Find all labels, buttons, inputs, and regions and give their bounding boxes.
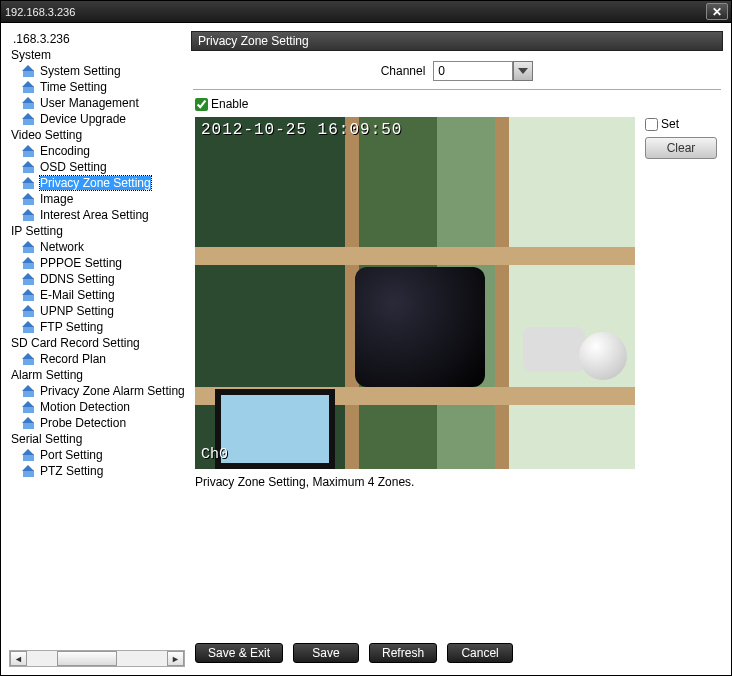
panel-title: Privacy Zone Setting bbox=[198, 34, 309, 48]
channel-label: Channel bbox=[381, 64, 426, 78]
set-checkbox[interactable] bbox=[645, 118, 658, 131]
tree-item-label: PPPOE Setting bbox=[40, 256, 122, 270]
scroll-track[interactable] bbox=[27, 651, 167, 666]
enable-checkbox[interactable] bbox=[195, 98, 208, 111]
preview-object bbox=[215, 389, 335, 469]
tree-category[interactable]: IP Setting bbox=[9, 223, 185, 239]
tree-item[interactable]: OSD Setting bbox=[9, 159, 185, 175]
tree-item[interactable]: Record Plan bbox=[9, 351, 185, 367]
preview-object bbox=[579, 332, 627, 380]
save-button[interactable]: Save bbox=[293, 643, 359, 663]
tree-item[interactable]: DDNS Setting bbox=[9, 271, 185, 287]
house-icon bbox=[23, 290, 36, 301]
house-icon bbox=[23, 210, 36, 221]
preview-object bbox=[523, 327, 585, 372]
tree-item-label: User Management bbox=[40, 96, 139, 110]
house-icon bbox=[23, 162, 36, 173]
tree-item-label: PTZ Setting bbox=[40, 464, 103, 478]
tree-item[interactable]: Interest Area Setting bbox=[9, 207, 185, 223]
tree-item[interactable]: Port Setting bbox=[9, 447, 185, 463]
tree-item-label: Device Upgrade bbox=[40, 112, 126, 126]
channel-select[interactable]: 0 bbox=[433, 61, 533, 81]
scroll-right-button[interactable]: ► bbox=[167, 651, 184, 666]
svg-marker-0 bbox=[518, 68, 528, 74]
house-icon bbox=[23, 418, 36, 429]
set-row: Set bbox=[645, 117, 679, 131]
enable-label: Enable bbox=[211, 97, 248, 111]
titlebar: 192.168.3.236 ✕ bbox=[1, 1, 731, 23]
tree-item-label: Port Setting bbox=[40, 448, 103, 462]
house-icon bbox=[23, 66, 36, 77]
close-button[interactable]: ✕ bbox=[706, 3, 728, 20]
tree-category[interactable]: System bbox=[9, 47, 185, 63]
tree-item[interactable]: Privacy Zone Setting bbox=[9, 175, 185, 191]
enable-row: Enable bbox=[191, 95, 723, 117]
tree-item[interactable]: Network bbox=[9, 239, 185, 255]
app-window: 192.168.3.236 ✕ .168.3.236SystemSystem S… bbox=[0, 0, 732, 676]
tree-item-label: System Setting bbox=[40, 64, 121, 78]
set-label: Set bbox=[661, 117, 679, 131]
tree-category[interactable]: Alarm Setting bbox=[9, 367, 185, 383]
house-icon bbox=[23, 194, 36, 205]
tree-item[interactable]: UPNP Setting bbox=[9, 303, 185, 319]
tree-category[interactable]: Video Setting bbox=[9, 127, 185, 143]
tree-root[interactable]: .168.3.236 bbox=[9, 31, 185, 47]
channel-row: Channel 0 bbox=[191, 51, 723, 89]
tree-item[interactable]: Privacy Zone Alarm Setting bbox=[9, 383, 185, 399]
sidebar: .168.3.236SystemSystem SettingTime Setti… bbox=[9, 31, 185, 667]
tree-item-label: OSD Setting bbox=[40, 160, 107, 174]
tree-item-label: Interest Area Setting bbox=[40, 208, 149, 222]
sidebar-hscrollbar[interactable]: ◄ ► bbox=[9, 650, 185, 667]
close-icon: ✕ bbox=[712, 5, 722, 19]
house-icon bbox=[23, 82, 36, 93]
nav-tree: .168.3.236SystemSystem SettingTime Setti… bbox=[9, 31, 185, 646]
tree-item-label: Record Plan bbox=[40, 352, 106, 366]
tree-item-label: Network bbox=[40, 240, 84, 254]
tree-item[interactable]: Probe Detection bbox=[9, 415, 185, 431]
scroll-thumb[interactable] bbox=[57, 651, 117, 666]
tree-item[interactable]: System Setting bbox=[9, 63, 185, 79]
tree-item[interactable]: PPPOE Setting bbox=[9, 255, 185, 271]
window-title: 192.168.3.236 bbox=[5, 6, 75, 18]
house-icon bbox=[23, 450, 36, 461]
preview-channel-overlay: Ch0 bbox=[201, 446, 228, 463]
clear-button[interactable]: Clear bbox=[645, 137, 717, 159]
house-icon bbox=[23, 274, 36, 285]
cancel-button[interactable]: Cancel bbox=[447, 643, 513, 663]
house-icon bbox=[23, 354, 36, 365]
tree-item-label: UPNP Setting bbox=[40, 304, 114, 318]
save-exit-button[interactable]: Save & Exit bbox=[195, 643, 283, 663]
tree-item[interactable]: Time Setting bbox=[9, 79, 185, 95]
tree-item-label: DDNS Setting bbox=[40, 272, 115, 286]
body: .168.3.236SystemSystem SettingTime Setti… bbox=[1, 23, 731, 675]
preview-shelf bbox=[195, 247, 635, 265]
house-icon bbox=[23, 306, 36, 317]
house-icon bbox=[23, 114, 36, 125]
tree-item[interactable]: Encoding bbox=[9, 143, 185, 159]
refresh-button[interactable]: Refresh bbox=[369, 643, 437, 663]
main-panel: Privacy Zone Setting Channel 0 Enable bbox=[191, 31, 723, 667]
tree-item[interactable]: Device Upgrade bbox=[9, 111, 185, 127]
tree-category[interactable]: SD Card Record Setting bbox=[9, 335, 185, 351]
tree-item[interactable]: User Management bbox=[9, 95, 185, 111]
scroll-left-button[interactable]: ◄ bbox=[10, 651, 27, 666]
preview-timestamp: 2012-10-25 16:09:50 bbox=[201, 121, 402, 139]
tree-item[interactable]: E-Mail Setting bbox=[9, 287, 185, 303]
preview-shelf-divider bbox=[495, 117, 509, 469]
channel-dropdown-button[interactable] bbox=[513, 61, 533, 81]
tree-category[interactable]: Serial Setting bbox=[9, 431, 185, 447]
house-icon bbox=[23, 322, 36, 333]
tree-item-label: Time Setting bbox=[40, 80, 107, 94]
tree-item-label: FTP Setting bbox=[40, 320, 103, 334]
tree-item[interactable]: Image bbox=[9, 191, 185, 207]
video-preview[interactable]: 2012-10-25 16:09:50 Ch0 bbox=[195, 117, 635, 469]
tree-item[interactable]: Motion Detection bbox=[9, 399, 185, 415]
channel-value[interactable]: 0 bbox=[433, 61, 513, 81]
tree-item[interactable]: PTZ Setting bbox=[9, 463, 185, 479]
house-icon bbox=[23, 258, 36, 269]
right-column: Set Clear bbox=[645, 117, 717, 469]
tree-item-label: Encoding bbox=[40, 144, 90, 158]
tree-item-label: Image bbox=[40, 192, 73, 206]
hint-text: Privacy Zone Setting, Maximum 4 Zones. bbox=[191, 469, 723, 495]
tree-item[interactable]: FTP Setting bbox=[9, 319, 185, 335]
